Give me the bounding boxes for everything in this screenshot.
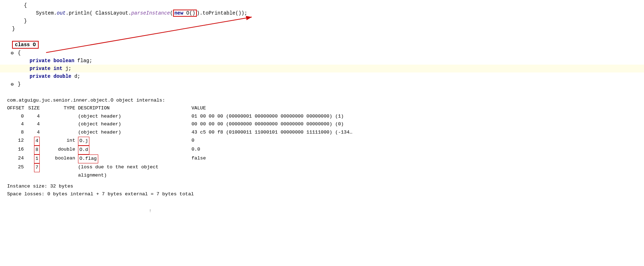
code-line: {	[0, 1, 644, 9]
red-box-desc-16: O.d	[78, 146, 89, 154]
code-line-j: private int j;	[0, 65, 644, 72]
class-o-label-row: class O	[0, 40, 644, 49]
fold-icon: ⊖	[11, 50, 16, 56]
table-row-16: 16 8 double O.d 0.0	[7, 146, 637, 154]
fold-icon: ⊖	[11, 81, 16, 87]
col-header-value: VALUE	[191, 104, 637, 113]
cursor: ↑	[149, 208, 152, 213]
col-header-offset: OFFSET	[7, 104, 27, 113]
red-box-size-16: 8	[34, 146, 40, 154]
table-row-25: 25 7 (loss due to the next object alignm…	[7, 163, 637, 180]
code-line: }	[0, 17, 644, 25]
code-line-d: private double d;	[0, 72, 644, 80]
code-text: {	[11, 2, 644, 8]
code-text: }	[16, 81, 644, 87]
code-text: }	[11, 18, 644, 24]
output-header: com.atguigu.juc.senior.inner.object.O ob…	[7, 97, 637, 104]
code-text: private double d;	[16, 74, 644, 79]
class-o-label: class O	[12, 41, 39, 49]
code-text: private int j;	[16, 66, 644, 71]
code-line-brace-open: ⊖ {	[0, 49, 644, 57]
red-box-size-24: 1	[34, 154, 40, 163]
separator	[0, 88, 644, 93]
output-footer1: Instance size: 32 bytes	[7, 183, 637, 190]
col-header-desc: DESCRIPTION	[78, 104, 191, 113]
red-box-desc-12: O.j	[78, 137, 89, 146]
red-box-size-12: 4	[34, 137, 40, 146]
table-row: 0 4 (object header) 01 00 00 00 (0000000…	[7, 113, 637, 121]
output-area: com.atguigu.juc.senior.inner.object.O ob…	[0, 93, 644, 201]
code-text: }	[11, 26, 644, 32]
table-row: 8 4 (object header) 43 c5 00 f8 (0100001…	[7, 129, 637, 137]
red-box-size-25: 7	[34, 163, 40, 172]
code-line-brace-close: ⊖ }	[0, 80, 644, 88]
code-line: }	[0, 25, 644, 33]
red-box-desc-24: O.flag	[78, 154, 98, 163]
table-row-12: 12 4 int O.j 0	[7, 137, 637, 146]
code-text: private boolean flag;	[16, 58, 644, 64]
col-header-size: SIZE	[27, 104, 43, 113]
code-text: System.out.println( ClassLayout.parseIns…	[11, 10, 644, 16]
code-editor-top: { System.out.println( ClassLayout.parseI…	[0, 0, 644, 88]
spacer	[7, 180, 637, 183]
table-row-24: 24 1 boolean O.flag false	[7, 154, 637, 163]
output-table-header: OFFSET SIZE TYPE DESCRIPTION VALUE	[7, 104, 637, 113]
code-line-flag: private boolean flag;	[0, 57, 644, 65]
col-header-type: TYPE	[43, 104, 78, 113]
output-footer2: Space losses: 0 bytes internal + 7 bytes…	[7, 190, 637, 198]
code-empty-line	[0, 33, 644, 40]
main-container: { System.out.println( ClassLayout.parseI…	[0, 0, 644, 266]
code-text: {	[16, 50, 644, 56]
code-line-println: System.out.println( ClassLayout.parseIns…	[0, 9, 644, 17]
table-row: 4 4 (object header) 00 00 00 00 (0000000…	[7, 120, 637, 129]
